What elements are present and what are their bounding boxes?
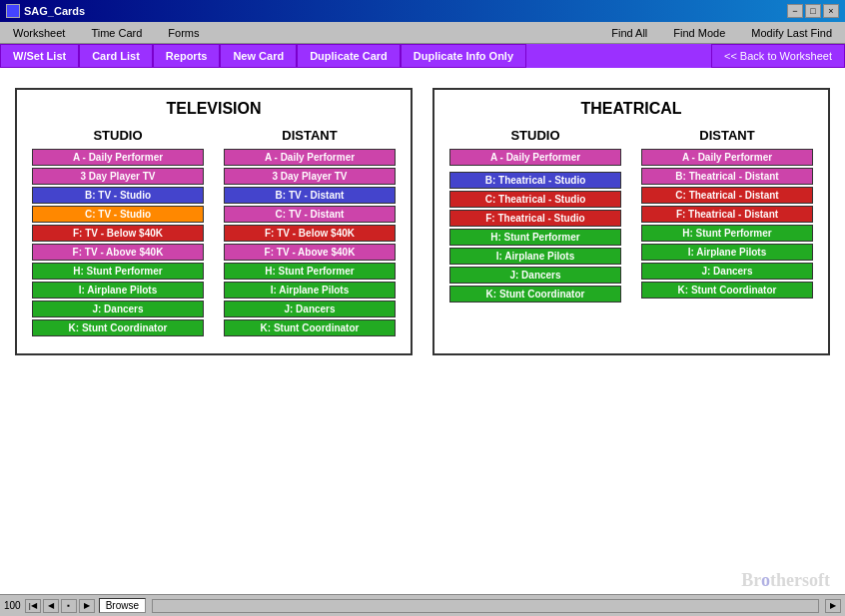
column-title-tv-studio: STUDIO <box>32 128 204 143</box>
column-title-theatrical-distant: DISTANT <box>641 128 813 143</box>
card-btn-i--airplane-pilots[interactable]: I: Airplane Pilots <box>224 282 396 299</box>
content: TELEVISIONSTUDIOA - Daily Performer3 Day… <box>0 68 845 594</box>
card-btn-h--stunt-performer[interactable]: H: Stunt Performer <box>224 263 396 280</box>
column-tv-studio: STUDIOA - Daily Performer3 Day Player TV… <box>32 128 204 338</box>
card-btn-k--stunt-coordinator[interactable]: K: Stunt Coordinator <box>32 319 204 336</box>
card-btn-c--theatrical---distant[interactable]: C: Theatrical - Distant <box>641 187 813 204</box>
btn-reports[interactable]: Reports <box>153 44 221 68</box>
btn-duplicate-info-only[interactable]: Duplicate Info Only <box>401 44 526 68</box>
toolbar: W/Set List Card List Reports New Card Du… <box>0 44 845 68</box>
card-btn-h--stunt-performer[interactable]: H: Stunt Performer <box>641 225 813 242</box>
card-btn-f--tv---above--40k[interactable]: F: TV - Above $40K <box>32 244 204 261</box>
card-btn-3-day-player-tv[interactable]: 3 Day Player TV <box>224 168 396 185</box>
card-btn-c--tv---distant[interactable]: C: TV - Distant <box>224 206 396 223</box>
menu-forms[interactable]: Forms <box>155 22 212 43</box>
card-btn-k--stunt-coordinator[interactable]: K: Stunt Coordinator <box>641 282 813 299</box>
card-btn-k--stunt-coordinator[interactable]: K: Stunt Coordinator <box>224 319 396 336</box>
section-television: TELEVISIONSTUDIOA - Daily Performer3 Day… <box>15 88 413 355</box>
card-btn-f--tv---below--40k[interactable]: F: TV - Below $40K <box>224 225 396 242</box>
card-btn-c--theatrical---studio[interactable]: C: Theatrical - Studio <box>449 191 621 208</box>
card-btn-f--tv---below--40k[interactable]: F: TV - Below $40K <box>32 225 204 242</box>
card-btn-f--tv---above--40k[interactable]: F: TV - Above $40K <box>224 244 396 261</box>
card-btn-j--dancers[interactable]: J: Dancers <box>641 263 813 280</box>
menu-find-all[interactable]: Find All <box>598 22 660 43</box>
app-icon <box>6 4 20 18</box>
btn-wset-list[interactable]: W/Set List <box>0 44 79 68</box>
card-btn-k--stunt-coordinator[interactable]: K: Stunt Coordinator <box>449 286 621 303</box>
card-btn-h--stunt-performer[interactable]: H: Stunt Performer <box>32 263 204 280</box>
column-title-tv-distant: DISTANT <box>224 128 396 143</box>
menubar: Worksheet Time Card Forms Find All Find … <box>0 22 845 44</box>
sections-wrapper: TELEVISIONSTUDIOA - Daily Performer3 Day… <box>10 78 835 365</box>
btn-duplicate-card[interactable]: Duplicate Card <box>297 44 401 68</box>
section-title-theatrical: THEATRICAL <box>449 100 813 118</box>
card-btn-i--airplane-pilots[interactable]: I: Airplane Pilots <box>641 244 813 261</box>
browse-mode[interactable]: Browse <box>99 598 146 613</box>
menu-find-mode[interactable]: Find Mode <box>660 22 738 43</box>
nav-prev[interactable]: ◀ <box>43 599 59 613</box>
card-btn-b--theatrical---distant[interactable]: B: Theatrical - Distant <box>641 168 813 185</box>
card-btn-j--dancers[interactable]: J: Dancers <box>449 267 621 284</box>
statusbar: 100 |◀ ◀ ▪ ▶ Browse ▶ <box>0 594 845 616</box>
card-btn-i--airplane-pilots[interactable]: I: Airplane Pilots <box>449 248 621 265</box>
title-bar: SAG_Cards − □ × <box>0 0 845 22</box>
column-title-theatrical-studio: STUDIO <box>449 128 621 143</box>
btn-new-card[interactable]: New Card <box>220 44 297 68</box>
card-btn-a---daily-performer[interactable]: A - Daily Performer <box>641 149 813 166</box>
column-theatrical-studio: STUDIOA - Daily PerformerB: Theatrical -… <box>449 128 621 305</box>
nav-first[interactable]: |◀ <box>25 599 41 613</box>
maximize-button[interactable]: □ <box>805 4 821 18</box>
card-btn-b--tv---studio[interactable]: B: TV - Studio <box>32 187 204 204</box>
card-btn-f--theatrical---studio[interactable]: F: Theatrical - Studio <box>449 210 621 227</box>
card-btn-j--dancers[interactable]: J: Dancers <box>224 301 396 317</box>
scroll-right[interactable]: ▶ <box>825 599 841 613</box>
menu-time-card[interactable]: Time Card <box>78 22 155 43</box>
card-btn-f--theatrical---distant[interactable]: F: Theatrical - Distant <box>641 206 813 223</box>
close-button[interactable]: × <box>823 4 839 18</box>
column-tv-distant: DISTANTA - Daily Performer3 Day Player T… <box>224 128 396 338</box>
card-btn-b--tv---distant[interactable]: B: TV - Distant <box>224 187 396 204</box>
minimize-button[interactable]: − <box>787 4 803 18</box>
card-btn-h--stunt-performer[interactable]: H: Stunt Performer <box>449 229 621 246</box>
btn-back-to-worksheet[interactable]: << Back to Worksheet <box>711 44 845 68</box>
menu-modify-last-find[interactable]: Modify Last Find <box>738 22 845 43</box>
btn-card-list[interactable]: Card List <box>79 44 153 68</box>
card-btn-a---daily-performer[interactable]: A - Daily Performer <box>449 149 621 166</box>
menu-worksheet[interactable]: Worksheet <box>0 22 78 43</box>
scrollbar-horizontal[interactable] <box>152 599 819 613</box>
section-theatrical: THEATRICALSTUDIOA - Daily PerformerB: Th… <box>432 88 830 355</box>
nav-next[interactable]: ▶ <box>79 599 95 613</box>
card-btn-a---daily-performer[interactable]: A - Daily Performer <box>224 149 396 166</box>
window-title: SAG_Cards <box>24 5 85 17</box>
card-btn-a---daily-performer[interactable]: A - Daily Performer <box>32 149 204 166</box>
card-btn-i--airplane-pilots[interactable]: I: Airplane Pilots <box>32 282 204 299</box>
card-btn-b--theatrical---studio[interactable]: B: Theatrical - Studio <box>449 172 621 189</box>
card-btn-j--dancers[interactable]: J: Dancers <box>32 301 204 317</box>
card-btn-3-day-player-tv[interactable]: 3 Day Player TV <box>32 168 204 185</box>
nav-thumb[interactable]: ▪ <box>61 599 77 613</box>
card-btn-c--tv---studio[interactable]: C: TV - Studio <box>32 206 204 223</box>
section-title-television: TELEVISION <box>32 100 396 118</box>
column-theatrical-distant: DISTANTA - Daily PerformerB: Theatrical … <box>641 128 813 305</box>
zoom-level: 100 <box>4 600 21 611</box>
